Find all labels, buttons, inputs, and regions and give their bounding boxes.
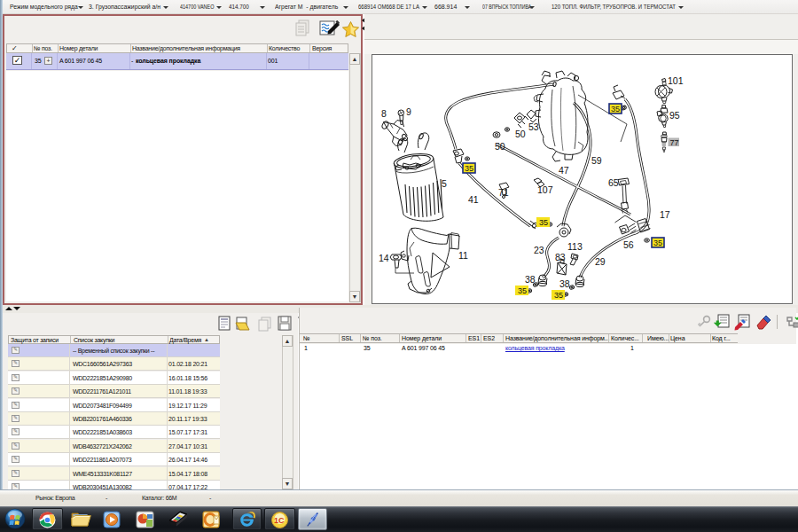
svg-text:65: 65 — [608, 177, 619, 188]
svg-text:107: 107 — [537, 184, 553, 195]
svg-text:8: 8 — [381, 108, 387, 119]
svg-text:71: 71 — [498, 187, 509, 198]
svg-text:83: 83 — [555, 252, 566, 262]
svg-text:77: 77 — [670, 138, 679, 147]
svg-text:56: 56 — [623, 239, 634, 250]
svg-text:35: 35 — [539, 218, 548, 227]
svg-text:41: 41 — [468, 194, 479, 205]
svg-text:14: 14 — [379, 253, 389, 263]
svg-text:9: 9 — [406, 106, 411, 117]
svg-text:95: 95 — [669, 110, 680, 121]
svg-text:35: 35 — [518, 286, 527, 295]
svg-text:29: 29 — [595, 256, 606, 267]
svg-text:5: 5 — [442, 178, 447, 189]
svg-text:50: 50 — [495, 141, 505, 152]
svg-text:38: 38 — [559, 278, 570, 289]
svg-text:113: 113 — [567, 241, 583, 252]
svg-text:59: 59 — [591, 155, 602, 166]
svg-text:35: 35 — [554, 291, 563, 300]
svg-text:1С: 1С — [274, 516, 285, 525]
svg-text:35: 35 — [465, 164, 473, 173]
svg-text:11: 11 — [458, 250, 468, 261]
svg-text:23: 23 — [534, 245, 544, 255]
svg-text:50: 50 — [515, 129, 526, 139]
svg-text:35: 35 — [611, 105, 620, 113]
svg-text:17: 17 — [660, 209, 670, 220]
svg-text:47: 47 — [559, 165, 569, 176]
svg-text:38: 38 — [525, 274, 536, 285]
svg-text:53: 53 — [528, 121, 539, 132]
svg-text:35: 35 — [653, 239, 662, 247]
svg-text:101: 101 — [668, 75, 684, 86]
